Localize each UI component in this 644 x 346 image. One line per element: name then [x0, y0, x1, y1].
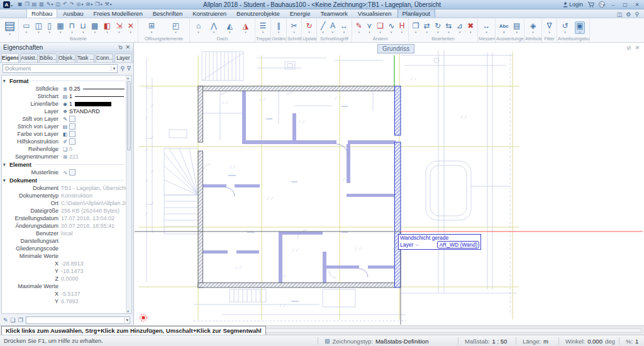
palette-tab-task[interactable]: Task ...: [77, 53, 94, 62]
stift-von-layer-checkbox[interactable]: [69, 116, 75, 122]
shop-cart-icon[interactable]: [587, 2, 594, 8]
verschneiden-icon[interactable]: ⋎: [367, 22, 372, 33]
help-button[interactable]: ?: [599, 1, 605, 8]
wand-icon[interactable]: ▭: [23, 22, 30, 33]
bemassung-icon[interactable]: ↔: [340, 22, 348, 33]
drehen-icon[interactable]: ↻: [435, 22, 441, 33]
palette-tab-objekte[interactable]: Objek...: [58, 53, 75, 62]
section-format[interactable]: ▾Format: [3, 77, 125, 85]
magnifier-icon[interactable]: ⚲: [120, 65, 125, 72]
musterlinie-checkbox[interactable]: [69, 169, 75, 176]
tab-teamwork[interactable]: Teamwork: [316, 9, 352, 18]
pin-icon[interactable]: ⚲: [116, 43, 124, 51]
element-type-select[interactable]: Dokument: [3, 64, 118, 73]
ansicht-zuruecksetzen-icon[interactable]: ↺: [562, 22, 568, 33]
dachfenster-icon[interactable]: ◮: [243, 22, 248, 33]
palette-tab-layer[interactable]: Layer: [114, 53, 132, 62]
dachhaut-icon[interactable]: ⋀: [211, 22, 217, 33]
schornstein-icon[interactable]: ▦: [57, 22, 64, 33]
attribute-icon[interactable]: ◈: [530, 22, 536, 33]
window-icon[interactable]: ❒: [95, 1, 102, 8]
length-unit-segment[interactable]: Länge: m: [516, 337, 548, 345]
undo-icon[interactable]: ↶: [63, 1, 67, 8]
project-manager-icon[interactable]: ▤: [32, 1, 37, 8]
arbeitsumgebung-icon[interactable]: ▣: [575, 21, 584, 34]
logo-menu-caret-icon[interactable]: [10, 1, 13, 8]
stuetze-icon[interactable]: ▯: [47, 22, 52, 33]
palette-bottom-combobox[interactable]: [26, 316, 130, 324]
edit-icon[interactable]: ✎: [47, 1, 53, 8]
new-document-icon[interactable]: ▣: [18, 1, 23, 8]
tab-benutzerobjekte[interactable]: Benutzerobjekte: [232, 9, 284, 18]
section-dokument[interactable]: ▾Dokument: [3, 176, 125, 184]
angle-segment[interactable]: Winkel: 0.000 deg: [558, 337, 615, 345]
gaube-icon[interactable]: ◭: [227, 22, 233, 33]
palette-tab-connect[interactable]: Conn...: [96, 53, 113, 62]
linie-icon[interactable]: ╱: [321, 22, 325, 33]
tab-ausbau[interactable]: Ausbau: [58, 9, 87, 18]
maximize-button[interactable]: ▢: [621, 2, 629, 8]
search-icon[interactable]: ⚲: [635, 11, 639, 18]
tab-energie[interactable]: Energie: [286, 9, 315, 18]
treppe-icon[interactable]: ☰: [260, 22, 267, 33]
palette-tab-bibliothek[interactable]: Biblio...: [39, 53, 57, 62]
unterzug-icon[interactable]: ⊓: [69, 22, 75, 33]
pick-add-icon[interactable]: ❐: [18, 317, 23, 323]
kopieren-icon[interactable]: ❐: [413, 22, 419, 33]
skalieren-icon[interactable]: ⊿: [457, 22, 463, 33]
edit-pen-icon[interactable]: ✎: [3, 317, 8, 323]
tab-planlayout[interactable]: Planlayout: [397, 9, 435, 18]
palette-tab-eigenschaften[interactable]: Eigens...: [1, 53, 19, 62]
loeschen-icon[interactable]: ✖: [467, 22, 474, 33]
textauswertung-icon[interactable]: Abc: [499, 22, 509, 33]
selected-wall[interactable]: [395, 86, 401, 287]
canvas-horizontal-scrollbar[interactable]: [214, 328, 641, 333]
close-button[interactable]: ✕: [633, 2, 641, 8]
report-icon[interactable]: ▤: [513, 22, 520, 33]
wand-mehrschalig-icon[interactable]: ◫: [35, 22, 42, 33]
percent-segment[interactable]: %: 1: [619, 337, 638, 345]
login-button[interactable]: Login: [563, 1, 583, 8]
viewport-pin-icon[interactable]: ⊘: [626, 45, 631, 51]
palette-tab-assistenten[interactable]: Assist...: [20, 53, 38, 62]
fenster-icon[interactable]: ⊞: [148, 22, 155, 33]
filter-icon[interactable]: ∇: [547, 22, 552, 33]
farbe-von-layer-checkbox[interactable]: [69, 131, 75, 137]
prop-minimale-werte[interactable]: ▾Minimale Werte: [3, 252, 125, 260]
verbinden-icon[interactable]: H: [399, 22, 405, 33]
drawing-viewport[interactable]: Grundriss ⊘ ✕ Wandschicht gerade Layer →…: [134, 43, 644, 325]
format-aendern-icon[interactable]: ✎: [356, 22, 362, 33]
polygonwand-icon[interactable]: ◧: [104, 22, 111, 33]
scale-segment[interactable]: Maßstab: 1 : 50: [458, 337, 507, 345]
viewport-close-icon[interactable]: ✕: [635, 45, 640, 51]
spiegeln-icon[interactable]: ⇆: [445, 22, 452, 33]
comment-icon[interactable]: ◫: [56, 1, 61, 8]
update-3d-icon[interactable]: ↻: [306, 22, 312, 33]
viewport-label[interactable]: Grundriss: [377, 44, 414, 53]
tab-visualisieren[interactable]: Visualisieren: [353, 9, 396, 18]
color-swatch[interactable]: [75, 102, 111, 106]
allplan-logo-icon[interactable]: A: [3, 1, 10, 8]
dachebene-icon[interactable]: ⌂: [196, 22, 201, 33]
spline-icon[interactable]: ∿: [388, 22, 394, 33]
bibliothek-icon[interactable]: ▤: [4, 20, 16, 35]
drawing-type-segment[interactable]: ▧ Zeichnungstyp: Maßstabs-Definition: [318, 337, 428, 345]
palette-scrollbar[interactable]: [126, 75, 131, 313]
pick-element-icon[interactable]: ❏: [11, 317, 16, 323]
exterior-walls[interactable]: [198, 86, 395, 287]
tab-beschriften[interactable]: Beschriften: [148, 9, 187, 18]
ueberzug-icon[interactable]: ⊔: [80, 22, 86, 33]
prop-maximale-werte[interactable]: ▾Maximale Werte: [3, 282, 125, 290]
filter-dropdown-icon[interactable]: ∇: [127, 65, 131, 72]
palette-close-icon[interactable]: ✕: [125, 44, 130, 50]
settings-icon[interactable]: ⚙: [626, 11, 631, 18]
screen-layout-icon[interactable]: ◎: [77, 1, 84, 8]
strich-von-layer-checkbox[interactable]: [69, 123, 75, 130]
schnitt-icon[interactable]: ✂: [291, 22, 297, 33]
save-icon[interactable]: ▥: [39, 1, 44, 8]
aussparung-icon[interactable]: ▩: [91, 22, 98, 33]
tools-icon[interactable]: ⚒: [104, 1, 111, 8]
text-icon[interactable]: A: [330, 22, 335, 33]
punkte-verschieben-icon[interactable]: ❏: [377, 22, 384, 33]
gelaender-icon[interactable]: ∥: [277, 22, 280, 33]
